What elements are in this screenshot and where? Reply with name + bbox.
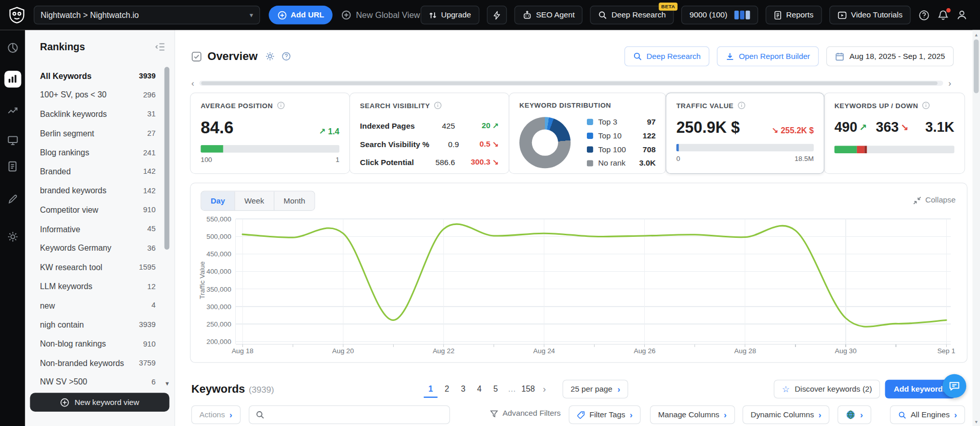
sidebar-item[interactable]: Competitor view910	[25, 200, 174, 219]
collapse-sidebar-icon[interactable]	[154, 42, 166, 52]
search-icon	[634, 52, 642, 60]
chat-button[interactable]	[943, 374, 966, 398]
page-button[interactable]: 4	[473, 380, 486, 398]
actions-label: Actions	[199, 410, 225, 419]
overview-settings-icon[interactable]	[265, 51, 275, 62]
sidebar-item[interactable]: Branded142	[25, 162, 174, 181]
upgrade-button[interactable]: Upgrade	[420, 6, 479, 25]
sidebar-item[interactable]: All Keywords3939	[25, 66, 174, 85]
page-scrollbar-thumb[interactable]	[974, 39, 979, 93]
scroll-up-icon[interactable]: ▲	[972, 30, 980, 39]
rail-item-rankings[interactable]	[0, 70, 25, 88]
manage-columns-dropdown[interactable]: Manage Columns ›	[650, 405, 734, 424]
help-button[interactable]	[918, 9, 930, 21]
nightwatch-logo[interactable]	[9, 6, 25, 24]
sidebar-item[interactable]: KW research tool1595	[25, 258, 174, 277]
info-icon[interactable]	[922, 102, 930, 110]
scroll-right-icon[interactable]: ›	[948, 79, 951, 88]
quota-indicator[interactable]: 9000 (100)	[681, 6, 758, 25]
discover-keywords-button[interactable]: ☆ Discover keywords (2)	[774, 380, 881, 399]
sidebar-item[interactable]: nigh contain3939	[25, 315, 174, 334]
seo-agent-button[interactable]: SEO Agent	[514, 6, 583, 25]
page-button[interactable]: 5	[489, 380, 503, 398]
page-button[interactable]: 1	[424, 380, 438, 398]
page-button[interactable]: 158	[521, 380, 535, 398]
traffic-value-change: ↘ 255.2K $	[771, 126, 814, 135]
location-dropdown[interactable]: ›	[838, 405, 871, 424]
traffic-value-card[interactable]: TRAFFIC VALUE 250.9K $ ↘ 255.2K $ 0 18.5…	[666, 93, 825, 174]
search-visibility-rows: Indexed Pages42520↗Search Visibility %0.…	[360, 117, 499, 171]
keywords-up-down-card: KEYWORDS UP / DOWN 490 ↗ 363 ↘ 3.1K	[824, 93, 965, 174]
rail-item-reports[interactable]	[0, 158, 25, 175]
keyword-search[interactable]	[249, 405, 450, 424]
sidebar-item[interactable]: Backlink keywords31	[25, 105, 174, 124]
collapse-chart-button[interactable]: Collapse	[913, 196, 955, 205]
sidebar-item[interactable]: Non-branded keywords3759	[25, 353, 174, 372]
rail-item-notes[interactable]	[0, 190, 25, 208]
per-page-dropdown[interactable]: 25 per page ›	[562, 380, 628, 399]
keyword-search-input[interactable]	[270, 410, 443, 419]
tab-month[interactable]: Month	[274, 191, 315, 210]
traffic-value-line-chart[interactable]: 550,000500,000450,000400,000350,000300,0…	[196, 213, 963, 358]
rail-item-settings[interactable]	[0, 228, 25, 245]
sidebar-item[interactable]: new4	[25, 296, 174, 315]
overview-help-icon[interactable]	[281, 51, 292, 62]
dynamic-columns-dropdown[interactable]: Dynamic Columns ›	[743, 405, 830, 424]
add-url-button[interactable]: Add URL	[269, 6, 333, 25]
scroll-left-icon[interactable]: ‹	[191, 79, 194, 88]
sidebar-scrollbar-thumb[interactable]	[165, 67, 170, 250]
page-scrollbar[interactable]: ▲ ▼	[972, 30, 980, 426]
tab-week[interactable]: Week	[234, 191, 273, 210]
info-icon[interactable]	[277, 102, 285, 110]
deep-research-page-button[interactable]: Deep Research	[625, 46, 710, 66]
new-global-view-button[interactable]: New Global View	[341, 10, 420, 21]
actions-dropdown[interactable]: Actions ›	[191, 405, 240, 424]
advanced-filters-button[interactable]: Advanced Filters	[490, 409, 561, 418]
sidebar-item[interactable]: Informative45	[25, 219, 174, 238]
pagination-next[interactable]: ›	[538, 380, 552, 398]
new-keyword-view-button[interactable]: New keyword view	[30, 393, 170, 412]
scroll-down-icon[interactable]: ▼	[972, 417, 980, 426]
site-selector-dropdown[interactable]: Nightwatch > Nightwatch.io ▾	[34, 6, 260, 25]
quota-bars	[734, 11, 749, 19]
play-icon	[837, 10, 846, 19]
sidebar-item-count: 1595	[139, 263, 156, 272]
arrow-down-icon: ↘	[901, 122, 908, 133]
info-icon[interactable]	[434, 102, 442, 110]
page-button[interactable]: 2	[440, 380, 454, 398]
sidebar-item[interactable]: LLM keywords12	[25, 277, 174, 296]
stats-cards: AVERAGE POSITION 84.6 ↗ 1.4 100 1	[190, 93, 965, 174]
rail-item-site-audit[interactable]	[0, 131, 25, 149]
svg-text:250,000: 250,000	[207, 320, 231, 328]
account-button[interactable]	[956, 9, 968, 21]
sidebar-item[interactable]: Keywords Germany36	[25, 238, 174, 257]
sidebar-scrollbar[interactable]	[165, 67, 170, 393]
sidebar-item[interactable]: Blog rankings241	[25, 143, 174, 162]
sidebar-item[interactable]: branded keywords142	[25, 181, 174, 200]
horizontal-scroll-thumb[interactable]	[201, 82, 937, 85]
sidebar-item[interactable]: Berlin segment27	[25, 124, 174, 143]
sidebar-item[interactable]: 100+ SV, pos < 30296	[25, 86, 174, 105]
open-report-builder-button[interactable]: Open Report Builder	[717, 46, 819, 66]
tab-day[interactable]: Day	[201, 191, 235, 210]
sidebar-item[interactable]: Non-blog rankings910	[25, 334, 174, 353]
beta-badge: BETA	[659, 3, 678, 11]
boost-button[interactable]	[486, 6, 506, 25]
horizontal-scroll-track[interactable]	[199, 80, 944, 86]
filter-tags-dropdown[interactable]: Filter Tags ›	[569, 405, 641, 424]
date-range-picker[interactable]: Aug 18, 2025 - Sep 1, 2025	[826, 46, 954, 66]
notifications-button[interactable]	[937, 9, 949, 21]
all-engines-dropdown[interactable]: All Engines ›	[890, 405, 965, 424]
sidebar-scroll-down-icon[interactable]: ▼	[165, 380, 170, 387]
reports-button[interactable]: Reports	[765, 6, 821, 25]
deep-research-button[interactable]: Deep Research BETA	[590, 6, 674, 25]
info-icon[interactable]	[738, 102, 746, 110]
legend-value: 3.0K	[639, 159, 656, 168]
rail-item-trends[interactable]	[0, 102, 25, 119]
page-button[interactable]: 3	[456, 380, 470, 398]
rail-item-dashboard[interactable]	[0, 39, 25, 56]
sidebar-item[interactable]: NW SV >5006	[25, 373, 174, 392]
advanced-filters-label: Advanced Filters	[502, 409, 561, 418]
metric-value: 0.9	[430, 140, 459, 149]
video-tutorials-button[interactable]: Video Tutorials	[829, 6, 911, 25]
